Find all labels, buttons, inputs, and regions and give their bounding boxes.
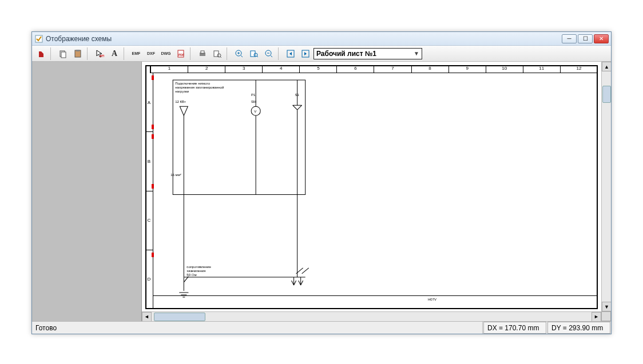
svg-rect-18 (173, 80, 305, 195)
prev-sheet-button[interactable] (284, 47, 297, 60)
sheet-selector[interactable]: Рабочий лист №1 ▼ (313, 48, 422, 59)
ruler-col: 6 (337, 65, 374, 73)
svg-text:ATT: ATT (100, 54, 104, 58)
minimize-button[interactable]: ─ (562, 34, 577, 43)
scroll-corner (601, 311, 611, 321)
frame-bottom-label: H07V (153, 295, 597, 302)
svg-text:нагрузки: нагрузки (175, 90, 189, 93)
ruler-col: 5 (300, 65, 337, 73)
separator (227, 47, 230, 60)
gutter-corner (32, 311, 142, 321)
ruler-col: 4 (263, 65, 300, 73)
zoom-fit-button[interactable] (247, 47, 261, 60)
svg-text:Подключение низкого: Подключение низкого (175, 82, 210, 85)
ruler-col: 1 (150, 65, 188, 73)
export-pdf-button[interactable]: PDF (174, 47, 188, 60)
svg-rect-9 (201, 51, 204, 53)
left-gutter (32, 62, 142, 311)
export-dxf-button[interactable]: DXF (144, 47, 158, 60)
svg-text:50 Ом: 50 Ом (186, 273, 196, 277)
status-ready: Готово (32, 322, 483, 334)
ruler-row: B (145, 132, 153, 191)
ruler-row: D (145, 250, 153, 309)
svg-rect-4 (76, 50, 80, 51)
status-dx: DX = 170.70 mm (483, 322, 546, 334)
svg-text:16 мм²: 16 мм² (170, 173, 181, 177)
svg-rect-2 (61, 52, 66, 58)
toolbar-legend-icon[interactable] (34, 47, 48, 60)
app-icon (34, 34, 43, 43)
scroll-up-icon[interactable]: ▲ (602, 62, 611, 71)
svg-text:V: V (254, 110, 256, 113)
ruler-col: 3 (225, 65, 263, 73)
next-sheet-button[interactable] (299, 47, 312, 60)
ruler-col: 11 (523, 65, 561, 73)
scroll-down-icon[interactable]: ▼ (602, 302, 611, 311)
svg-rect-10 (214, 51, 219, 57)
ruler-vertical: A B C D (145, 73, 153, 309)
svg-text:P1: P1 (251, 93, 256, 97)
status-dy: DY = 293.90 mm (547, 322, 610, 334)
sheet-selector-label: Рабочий лист №1 (316, 50, 376, 58)
svg-text:напряжения запланированной: напряжения запланированной (175, 86, 224, 89)
ruler-row: A (145, 73, 153, 132)
separator (87, 47, 90, 60)
svg-text:сопротивление: сопротивление (186, 265, 211, 269)
maximize-button[interactable]: ☐ (578, 34, 593, 43)
export-dwg-button[interactable]: DWG (159, 47, 173, 60)
scrollbar-horizontal[interactable]: ◄ ► (142, 311, 601, 321)
zoom-in-button[interactable] (232, 47, 246, 60)
ruler-col: 2 (188, 65, 225, 73)
paste-button[interactable] (71, 47, 85, 60)
separator (190, 47, 193, 60)
print-preview-button[interactable] (211, 47, 224, 60)
export-emf-button[interactable]: EMF (129, 47, 143, 60)
separator (50, 47, 54, 60)
print-button[interactable] (196, 47, 209, 60)
titlebar: Отображение схемы ─ ☐ ✕ (32, 32, 611, 46)
svg-text:заземления: заземления (186, 269, 205, 273)
scrollbar-vertical[interactable]: ▲ ▼ (601, 62, 611, 311)
ruler-col: 10 (486, 65, 523, 73)
ruler-row: C (145, 191, 153, 250)
schematic: Подключение низкого напряжения запланиро… (153, 73, 597, 302)
scroll-right-icon[interactable]: ► (592, 312, 601, 322)
ruler-col: 9 (449, 65, 486, 73)
workspace: 1 2 3 4 5 6 7 8 9 10 11 12 A B C (32, 62, 611, 311)
scroll-thumb[interactable] (602, 86, 611, 103)
window-title: Отображение схемы (46, 35, 562, 43)
zoom-out-button[interactable] (262, 47, 276, 60)
separator (124, 47, 127, 60)
drawing-area: Подключение низкого напряжения запланиро… (153, 73, 597, 302)
ruler-col: 8 (412, 65, 449, 73)
canvas[interactable]: 1 2 3 4 5 6 7 8 9 10 11 12 A B C (142, 62, 601, 311)
text-tool-button[interactable]: A (108, 47, 121, 60)
scroll-thumb-h[interactable] (154, 313, 205, 321)
toolbar: ATT A EMF DXF DWG PDF Рабочий лист №1 ▼ (32, 46, 611, 62)
svg-text:12 КВт: 12 КВт (175, 100, 186, 103)
close-button[interactable]: ✕ (594, 34, 609, 43)
pointer-att-button[interactable]: ATT (93, 47, 106, 60)
app-window: Отображение схемы ─ ☐ ✕ ATT A EMF DXF DW… (31, 31, 612, 334)
scroll-left-icon[interactable]: ◄ (142, 312, 152, 322)
copy-button[interactable] (56, 47, 70, 60)
ruler-col: 7 (374, 65, 411, 73)
ruler-col: 12 (561, 65, 598, 73)
chevron-down-icon: ▼ (414, 50, 419, 57)
statusbar: Готово DX = 170.70 mm DY = 293.90 mm (32, 321, 611, 334)
ruler-horizontal: 1 2 3 4 5 6 7 8 9 10 11 12 (150, 65, 598, 73)
separator (278, 47, 281, 60)
svg-text:PDF: PDF (178, 53, 184, 57)
